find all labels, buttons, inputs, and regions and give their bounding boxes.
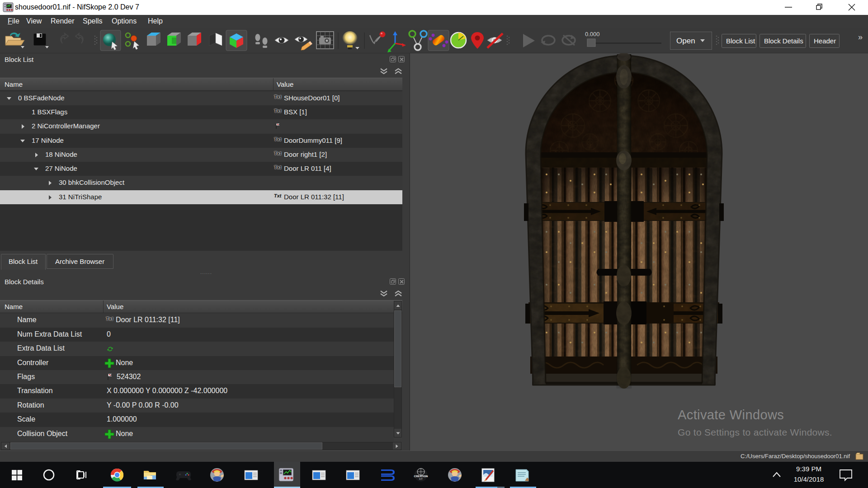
svg-text:Block List: Block List xyxy=(726,37,755,45)
svg-text:Header: Header xyxy=(814,37,836,45)
svg-text:0.000: 0.000 xyxy=(585,31,600,38)
svg-text:»: » xyxy=(858,33,863,42)
svg-text:10/4/2018: 10/4/2018 xyxy=(794,475,824,483)
svg-text:9:39 PM: 9:39 PM xyxy=(796,465,821,473)
svg-text:Open: Open xyxy=(676,37,695,45)
svg-text:KIT: KIT xyxy=(419,478,423,480)
svg-text:Block Details: Block Details xyxy=(764,37,803,45)
